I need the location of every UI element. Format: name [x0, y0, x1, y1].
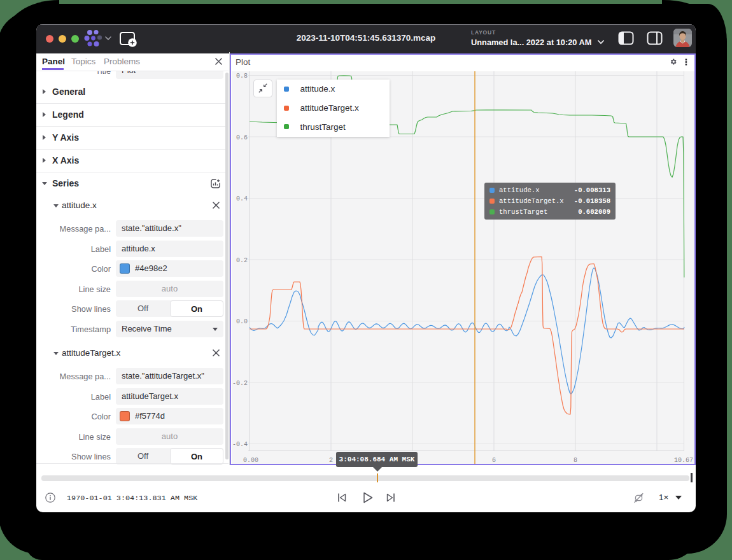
- svg-text:-0.4: -0.4: [232, 441, 248, 448]
- svg-text:6: 6: [492, 457, 496, 464]
- svg-text:0.2: 0.2: [236, 257, 248, 264]
- svg-text:0.4: 0.4: [236, 195, 248, 202]
- svg-text:-0.2: -0.2: [232, 380, 248, 387]
- svg-text:0.00: 0.00: [243, 457, 258, 464]
- svg-text:2: 2: [329, 457, 333, 464]
- svg-text:0.0: 0.0: [236, 318, 248, 325]
- svg-text:8: 8: [574, 457, 577, 464]
- svg-text:0.6: 0.6: [236, 134, 248, 141]
- svg-text:10.67: 10.67: [674, 457, 693, 464]
- svg-text:0.8: 0.8: [236, 73, 248, 80]
